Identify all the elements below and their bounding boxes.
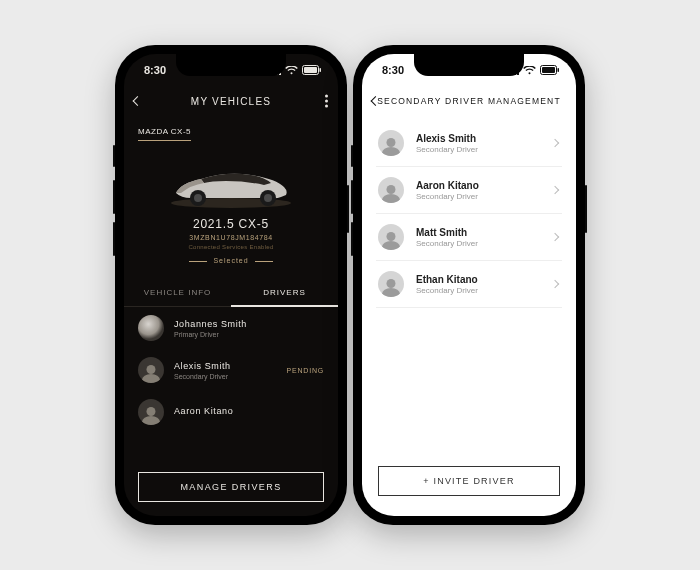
nav-bar: SECONDARY DRIVER MANAGEMENT (362, 86, 576, 116)
driver-name: Aaron Kitano (174, 406, 233, 416)
driver-name: Matt Smith (416, 227, 478, 238)
notch (414, 54, 524, 76)
driver-name: Alexis Smith (174, 361, 231, 371)
svg-point-7 (264, 194, 272, 202)
battery-icon (540, 65, 560, 75)
driver-role: Primary Driver (174, 331, 247, 338)
services-status: Connected Services Enabled (124, 244, 338, 250)
nav-bar: MY VEHICLES (124, 86, 338, 116)
battery-icon (302, 65, 322, 75)
driver-row[interactable]: Aaron Kitano (124, 391, 338, 433)
chevron-right-icon (551, 139, 559, 147)
svg-rect-9 (542, 67, 555, 73)
invite-driver-button[interactable]: + INVITE DRIVER (378, 466, 560, 496)
avatar (378, 271, 404, 297)
avatar (378, 177, 404, 203)
back-button[interactable] (372, 98, 379, 105)
status-time: 8:30 (144, 64, 166, 76)
vehicle-name: 2021.5 CX-5 (124, 217, 338, 231)
vehicle-image (156, 153, 306, 211)
more-button[interactable] (325, 95, 328, 108)
svg-rect-1 (304, 67, 317, 73)
secondary-driver-list: Alexis Smith Secondary Driver Aaron Kita… (362, 116, 576, 454)
secondary-driver-row[interactable]: Alexis Smith Secondary Driver (376, 120, 562, 167)
svg-point-5 (194, 194, 202, 202)
chevron-right-icon (551, 233, 559, 241)
selected-label: Selected (124, 257, 338, 264)
driver-role: Secondary Driver (416, 192, 479, 201)
vehicle-card: 2021.5 CX-5 3MZBN1U78JM184784 Connected … (124, 141, 338, 270)
secondary-driver-row[interactable]: Ethan Kitano Secondary Driver (376, 261, 562, 308)
driver-role: Secondary Driver (416, 286, 478, 295)
driver-name: Alexis Smith (416, 133, 478, 144)
avatar (378, 130, 404, 156)
svg-rect-10 (558, 68, 560, 72)
svg-rect-2 (320, 68, 322, 72)
phone-right: 8:30 SECONDARY DRIVER MANAGEMENT Alexis … (353, 45, 585, 525)
back-button[interactable] (134, 98, 141, 105)
notch (176, 54, 286, 76)
avatar (138, 315, 164, 341)
vehicle-vin: 3MZBN1U78JM184784 (124, 234, 338, 241)
page-title: MY VEHICLES (191, 96, 271, 107)
avatar (138, 357, 164, 383)
vehicle-tab[interactable]: MAZDA CX-5 (138, 127, 191, 141)
status-time: 8:30 (382, 64, 404, 76)
driver-name: Ethan Kitano (416, 274, 478, 285)
page-title: SECONDARY DRIVER MANAGEMENT (377, 96, 561, 106)
manage-drivers-button[interactable]: MANAGE DRIVERS (138, 472, 324, 502)
driver-name: Aaron Kitano (416, 180, 479, 191)
driver-status: PENDING (287, 367, 325, 374)
tab-drivers[interactable]: DRIVERS (231, 280, 338, 307)
secondary-driver-row[interactable]: Matt Smith Secondary Driver (376, 214, 562, 261)
chevron-right-icon (551, 280, 559, 288)
tab-vehicle-info[interactable]: VEHICLE INFO (124, 280, 231, 307)
driver-role: Secondary Driver (416, 239, 478, 248)
driver-row[interactable]: Alexis Smith Secondary Driver PENDING (124, 349, 338, 391)
chevron-right-icon (551, 186, 559, 194)
driver-list: Johannes Smith Primary Driver Alexis Smi… (124, 307, 338, 462)
driver-role: Secondary Driver (174, 373, 231, 380)
avatar (378, 224, 404, 250)
secondary-driver-row[interactable]: Aaron Kitano Secondary Driver (376, 167, 562, 214)
phone-left: 8:30 MY VEHICLES MAZDA CX-5 (115, 45, 347, 525)
driver-name: Johannes Smith (174, 319, 247, 329)
driver-role: Secondary Driver (416, 145, 478, 154)
driver-row[interactable]: Johannes Smith Primary Driver (124, 307, 338, 349)
avatar (138, 399, 164, 425)
wifi-icon (523, 66, 536, 75)
wifi-icon (285, 66, 298, 75)
